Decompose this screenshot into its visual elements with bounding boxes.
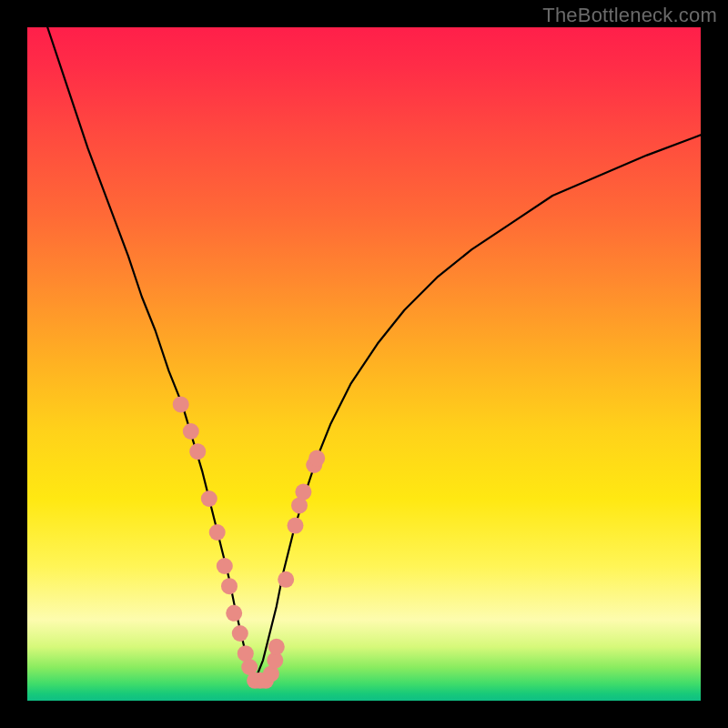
marker-dot <box>232 625 248 642</box>
marker-dot <box>278 571 294 588</box>
curve-right-branch <box>255 135 701 680</box>
marker-dot <box>308 450 325 467</box>
chart-frame: TheBottleneck.com <box>0 0 728 728</box>
marker-dot <box>173 396 189 412</box>
marker-dot <box>268 639 285 655</box>
marker-dot <box>288 518 304 534</box>
marker-dot <box>221 578 238 594</box>
marker-dot <box>217 558 233 574</box>
marker-dot <box>209 524 226 541</box>
marker-dot <box>226 605 242 622</box>
bottleneck-curve <box>47 27 701 681</box>
marker-dot <box>189 443 206 460</box>
watermark-text: TheBottleneck.com <box>542 4 717 27</box>
marker-dot <box>295 484 311 500</box>
marker-dot <box>183 423 199 440</box>
curve-layer <box>27 27 701 701</box>
marker-group <box>173 396 326 688</box>
plot-area <box>27 27 701 701</box>
marker-dot <box>201 490 217 507</box>
